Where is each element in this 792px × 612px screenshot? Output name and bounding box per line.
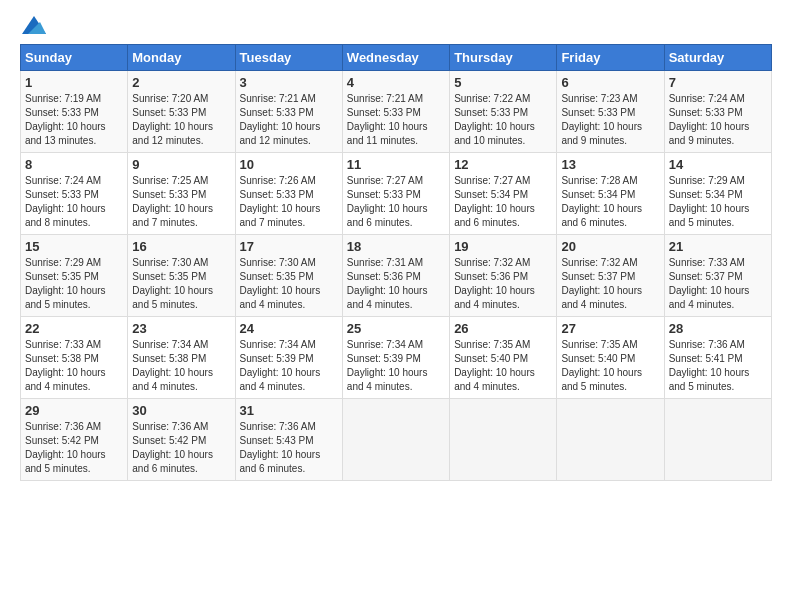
day-number: 25 — [347, 321, 445, 336]
day-cell: 17Sunrise: 7:30 AM Sunset: 5:35 PM Dayli… — [235, 235, 342, 317]
day-info: Sunrise: 7:34 AM Sunset: 5:39 PM Dayligh… — [347, 338, 445, 394]
col-thursday: Thursday — [450, 45, 557, 71]
day-number: 11 — [347, 157, 445, 172]
day-info: Sunrise: 7:24 AM Sunset: 5:33 PM Dayligh… — [25, 174, 123, 230]
day-cell: 25Sunrise: 7:34 AM Sunset: 5:39 PM Dayli… — [342, 317, 449, 399]
day-info: Sunrise: 7:29 AM Sunset: 5:35 PM Dayligh… — [25, 256, 123, 312]
day-cell: 21Sunrise: 7:33 AM Sunset: 5:37 PM Dayli… — [664, 235, 771, 317]
day-cell: 16Sunrise: 7:30 AM Sunset: 5:35 PM Dayli… — [128, 235, 235, 317]
logo — [20, 16, 48, 34]
day-info: Sunrise: 7:29 AM Sunset: 5:34 PM Dayligh… — [669, 174, 767, 230]
day-cell: 15Sunrise: 7:29 AM Sunset: 5:35 PM Dayli… — [21, 235, 128, 317]
day-number: 10 — [240, 157, 338, 172]
day-cell — [557, 399, 664, 481]
day-cell: 5Sunrise: 7:22 AM Sunset: 5:33 PM Daylig… — [450, 71, 557, 153]
col-sunday: Sunday — [21, 45, 128, 71]
day-number: 5 — [454, 75, 552, 90]
day-cell: 20Sunrise: 7:32 AM Sunset: 5:37 PM Dayli… — [557, 235, 664, 317]
day-number: 13 — [561, 157, 659, 172]
day-number: 9 — [132, 157, 230, 172]
week-row-5: 29Sunrise: 7:36 AM Sunset: 5:42 PM Dayli… — [21, 399, 772, 481]
day-cell — [342, 399, 449, 481]
week-row-4: 22Sunrise: 7:33 AM Sunset: 5:38 PM Dayli… — [21, 317, 772, 399]
day-cell: 4Sunrise: 7:21 AM Sunset: 5:33 PM Daylig… — [342, 71, 449, 153]
day-cell: 9Sunrise: 7:25 AM Sunset: 5:33 PM Daylig… — [128, 153, 235, 235]
day-cell: 8Sunrise: 7:24 AM Sunset: 5:33 PM Daylig… — [21, 153, 128, 235]
week-row-2: 8Sunrise: 7:24 AM Sunset: 5:33 PM Daylig… — [21, 153, 772, 235]
col-friday: Friday — [557, 45, 664, 71]
day-info: Sunrise: 7:23 AM Sunset: 5:33 PM Dayligh… — [561, 92, 659, 148]
day-cell: 19Sunrise: 7:32 AM Sunset: 5:36 PM Dayli… — [450, 235, 557, 317]
day-info: Sunrise: 7:27 AM Sunset: 5:33 PM Dayligh… — [347, 174, 445, 230]
day-info: Sunrise: 7:31 AM Sunset: 5:36 PM Dayligh… — [347, 256, 445, 312]
day-number: 27 — [561, 321, 659, 336]
day-info: Sunrise: 7:19 AM Sunset: 5:33 PM Dayligh… — [25, 92, 123, 148]
day-info: Sunrise: 7:35 AM Sunset: 5:40 PM Dayligh… — [454, 338, 552, 394]
day-number: 23 — [132, 321, 230, 336]
day-cell: 11Sunrise: 7:27 AM Sunset: 5:33 PM Dayli… — [342, 153, 449, 235]
day-cell: 1Sunrise: 7:19 AM Sunset: 5:33 PM Daylig… — [21, 71, 128, 153]
day-info: Sunrise: 7:21 AM Sunset: 5:33 PM Dayligh… — [347, 92, 445, 148]
day-number: 26 — [454, 321, 552, 336]
day-info: Sunrise: 7:36 AM Sunset: 5:42 PM Dayligh… — [132, 420, 230, 476]
logo-text — [20, 16, 48, 34]
day-info: Sunrise: 7:33 AM Sunset: 5:38 PM Dayligh… — [25, 338, 123, 394]
day-cell: 3Sunrise: 7:21 AM Sunset: 5:33 PM Daylig… — [235, 71, 342, 153]
day-cell — [664, 399, 771, 481]
week-row-3: 15Sunrise: 7:29 AM Sunset: 5:35 PM Dayli… — [21, 235, 772, 317]
day-number: 29 — [25, 403, 123, 418]
day-number: 20 — [561, 239, 659, 254]
day-info: Sunrise: 7:33 AM Sunset: 5:37 PM Dayligh… — [669, 256, 767, 312]
day-number: 4 — [347, 75, 445, 90]
day-number: 6 — [561, 75, 659, 90]
day-info: Sunrise: 7:27 AM Sunset: 5:34 PM Dayligh… — [454, 174, 552, 230]
day-cell: 7Sunrise: 7:24 AM Sunset: 5:33 PM Daylig… — [664, 71, 771, 153]
day-number: 22 — [25, 321, 123, 336]
day-cell: 27Sunrise: 7:35 AM Sunset: 5:40 PM Dayli… — [557, 317, 664, 399]
day-number: 12 — [454, 157, 552, 172]
day-info: Sunrise: 7:32 AM Sunset: 5:36 PM Dayligh… — [454, 256, 552, 312]
day-cell: 12Sunrise: 7:27 AM Sunset: 5:34 PM Dayli… — [450, 153, 557, 235]
day-cell: 24Sunrise: 7:34 AM Sunset: 5:39 PM Dayli… — [235, 317, 342, 399]
day-number: 18 — [347, 239, 445, 254]
calendar-table: Sunday Monday Tuesday Wednesday Thursday… — [20, 44, 772, 481]
day-number: 24 — [240, 321, 338, 336]
day-number: 8 — [25, 157, 123, 172]
day-info: Sunrise: 7:25 AM Sunset: 5:33 PM Dayligh… — [132, 174, 230, 230]
day-info: Sunrise: 7:30 AM Sunset: 5:35 PM Dayligh… — [132, 256, 230, 312]
day-number: 28 — [669, 321, 767, 336]
day-number: 17 — [240, 239, 338, 254]
day-cell: 2Sunrise: 7:20 AM Sunset: 5:33 PM Daylig… — [128, 71, 235, 153]
day-cell: 13Sunrise: 7:28 AM Sunset: 5:34 PM Dayli… — [557, 153, 664, 235]
day-info: Sunrise: 7:24 AM Sunset: 5:33 PM Dayligh… — [669, 92, 767, 148]
day-number: 2 — [132, 75, 230, 90]
header-row: Sunday Monday Tuesday Wednesday Thursday… — [21, 45, 772, 71]
day-cell — [450, 399, 557, 481]
day-cell: 10Sunrise: 7:26 AM Sunset: 5:33 PM Dayli… — [235, 153, 342, 235]
day-number: 7 — [669, 75, 767, 90]
day-number: 21 — [669, 239, 767, 254]
day-cell: 29Sunrise: 7:36 AM Sunset: 5:42 PM Dayli… — [21, 399, 128, 481]
page: Sunday Monday Tuesday Wednesday Thursday… — [0, 0, 792, 491]
day-number: 31 — [240, 403, 338, 418]
day-cell: 31Sunrise: 7:36 AM Sunset: 5:43 PM Dayli… — [235, 399, 342, 481]
day-info: Sunrise: 7:34 AM Sunset: 5:39 PM Dayligh… — [240, 338, 338, 394]
day-cell: 6Sunrise: 7:23 AM Sunset: 5:33 PM Daylig… — [557, 71, 664, 153]
day-cell: 30Sunrise: 7:36 AM Sunset: 5:42 PM Dayli… — [128, 399, 235, 481]
day-cell: 28Sunrise: 7:36 AM Sunset: 5:41 PM Dayli… — [664, 317, 771, 399]
day-number: 3 — [240, 75, 338, 90]
day-info: Sunrise: 7:34 AM Sunset: 5:38 PM Dayligh… — [132, 338, 230, 394]
day-info: Sunrise: 7:36 AM Sunset: 5:43 PM Dayligh… — [240, 420, 338, 476]
col-wednesday: Wednesday — [342, 45, 449, 71]
day-cell: 22Sunrise: 7:33 AM Sunset: 5:38 PM Dayli… — [21, 317, 128, 399]
header — [20, 16, 772, 34]
day-number: 30 — [132, 403, 230, 418]
day-number: 19 — [454, 239, 552, 254]
day-info: Sunrise: 7:28 AM Sunset: 5:34 PM Dayligh… — [561, 174, 659, 230]
logo-icon — [22, 16, 46, 34]
day-info: Sunrise: 7:36 AM Sunset: 5:42 PM Dayligh… — [25, 420, 123, 476]
day-info: Sunrise: 7:35 AM Sunset: 5:40 PM Dayligh… — [561, 338, 659, 394]
day-cell: 18Sunrise: 7:31 AM Sunset: 5:36 PM Dayli… — [342, 235, 449, 317]
day-number: 15 — [25, 239, 123, 254]
day-cell: 26Sunrise: 7:35 AM Sunset: 5:40 PM Dayli… — [450, 317, 557, 399]
